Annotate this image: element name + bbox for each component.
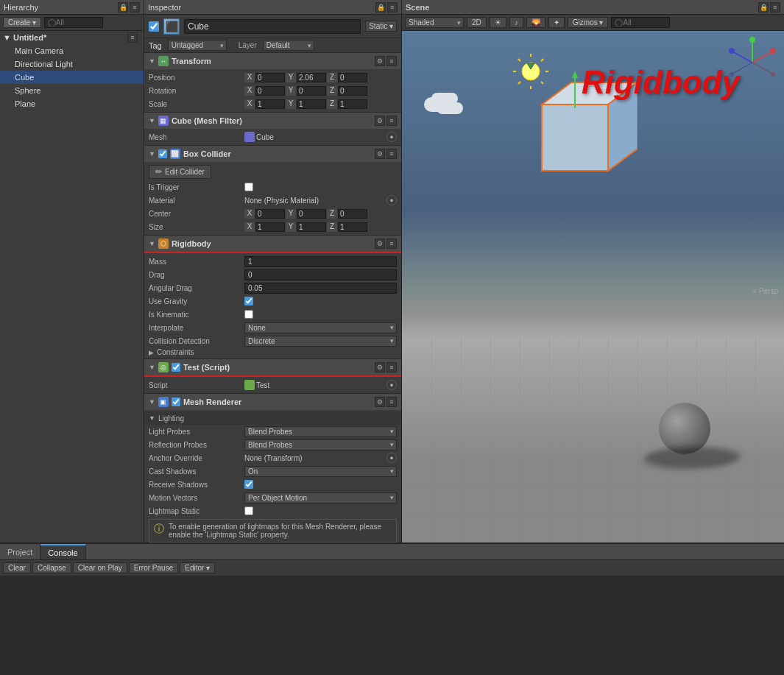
hierarchy-item-plane[interactable]: Plane [0, 97, 144, 110]
edit-collider-button[interactable]: ✏ Edit Collider [149, 165, 211, 179]
project-tab[interactable]: Project [0, 544, 40, 559]
transform-menu-icon[interactable]: ≡ [386, 56, 397, 66]
motion-vectors-dropdown[interactable]: Per Object Motion [244, 492, 397, 503]
clear-on-play-button[interactable]: Clear on Play [73, 562, 127, 573]
pos-y-input[interactable] [297, 73, 326, 82]
scene-menu-icon[interactable]: ≡ [770, 2, 780, 13]
light-probes-dropdown[interactable]: Blend Probes [244, 426, 397, 437]
inspector-lock-icon[interactable]: 🔒 [375, 2, 386, 13]
error-pause-button[interactable]: Error Pause [129, 562, 178, 573]
scene-search-input[interactable] [611, 17, 670, 28]
size-y-input[interactable] [297, 222, 326, 232]
hierarchy-item-directional-light[interactable]: Directional Light [0, 57, 144, 71]
hierarchy-item-main-camera[interactable]: Main Camera [0, 44, 144, 57]
object-name-input[interactable] [184, 19, 361, 34]
constraints-row[interactable]: ▶ Constraints [144, 347, 401, 357]
scale-row: Scale X Y Z [144, 97, 401, 110]
box-collider-header[interactable]: ▼ ⬜ Box Collider ⚙ ≡ [144, 146, 401, 162]
is-trigger-checkbox[interactable] [244, 183, 253, 191]
pos-z-input[interactable] [338, 73, 367, 82]
mesh-filter-header[interactable]: ▼ ▦ Cube (Mesh Filter) ⚙ ≡ [144, 113, 401, 129]
test-script-menu-icon[interactable]: ≡ [386, 362, 397, 372]
layer-dropdown[interactable]: Default [263, 40, 314, 51]
gizmos-button[interactable]: Gizmos ▾ [568, 17, 609, 28]
audio-button[interactable]: ♪ [509, 17, 523, 28]
hierarchy-search-input[interactable] [44, 17, 103, 28]
lights-button[interactable]: ☀ [490, 17, 506, 28]
hierarchy-lock-icon[interactable]: 🔒 [118, 2, 128, 13]
scale-y-input[interactable] [297, 99, 326, 109]
anchor-override-select-button[interactable]: ● [386, 453, 397, 463]
size-x-input[interactable] [255, 222, 285, 232]
mesh-renderer-header[interactable]: ▼ ▣ Mesh Renderer ⚙ ≡ [144, 394, 401, 410]
mass-input[interactable] [244, 256, 397, 267]
size-z-input[interactable] [338, 222, 367, 232]
center-x-input[interactable] [255, 209, 285, 219]
fx-button[interactable]: ✦ [548, 17, 565, 28]
rigidbody-settings-icon[interactable]: ⚙ [375, 238, 385, 249]
hierarchy-item-sphere[interactable]: Sphere [0, 84, 144, 97]
box-collider-menu-icon[interactable]: ≡ [386, 149, 397, 159]
test-script-settings-icon[interactable]: ⚙ [375, 362, 385, 372]
static-button[interactable]: Static ▾ [365, 21, 397, 32]
editor-button[interactable]: Editor ▾ [180, 562, 215, 573]
cast-shadows-dropdown[interactable]: On [244, 466, 397, 477]
hierarchy-scene-root[interactable]: ▼ Untitled* ≡ [0, 31, 144, 44]
scale-z-input[interactable] [338, 99, 367, 109]
constraints-arrow-icon: ▶ [149, 349, 154, 356]
shaded-dropdown[interactable]: Shaded [405, 17, 464, 28]
transform-settings-icon[interactable]: ⚙ [375, 56, 385, 66]
interpolate-dropdown[interactable]: None [244, 322, 397, 333]
rot-x-input[interactable] [255, 86, 285, 96]
script-select-button[interactable]: ● [386, 380, 397, 390]
tag-dropdown[interactable]: Untagged [168, 40, 227, 51]
angular-drag-input[interactable] [244, 283, 397, 294]
drag-input[interactable] [244, 269, 397, 280]
hierarchy-menu-icon[interactable]: ≡ [130, 2, 140, 13]
box-collider-title: Box Collider [183, 149, 372, 158]
rigidbody-label: Rigidbody [582, 64, 740, 101]
inspector-menu-icon[interactable]: ≡ [387, 2, 398, 13]
reflection-probes-dropdown[interactable]: Blend Probes [244, 439, 397, 450]
center-z-input[interactable] [338, 209, 367, 219]
use-gravity-checkbox[interactable] [244, 297, 253, 305]
rot-y-input[interactable] [297, 86, 326, 96]
collider-material-select-button[interactable]: ● [386, 195, 397, 205]
2d-button[interactable]: 2D [467, 17, 487, 28]
rigidbody-menu-icon[interactable]: ≡ [386, 238, 397, 249]
receive-shadows-checkbox[interactable] [244, 480, 253, 489]
collider-material-row: Material None (Physic Material) ● [144, 194, 401, 207]
anchor-override-label: Anchor Override [149, 454, 244, 462]
hierarchy-scene-menu-icon[interactable]: ≡ [127, 32, 138, 43]
collapse-button[interactable]: Collapse [32, 562, 71, 573]
mesh-select-button[interactable]: ● [386, 132, 397, 142]
collision-detection-dropdown[interactable]: Discrete [244, 336, 397, 347]
rigidbody-icon: ⬡ [158, 238, 169, 249]
pos-x-input[interactable] [255, 73, 285, 82]
test-script-header[interactable]: ▼ ◎ Test (Script) ⚙ ≡ [144, 359, 401, 375]
rot-z-input[interactable] [338, 86, 367, 96]
transform-header[interactable]: ▼ ↔ Transform ⚙ ≡ [144, 53, 401, 69]
is-kinematic-checkbox[interactable] [244, 310, 253, 319]
object-active-checkbox[interactable] [149, 21, 159, 32]
hierarchy-create-button[interactable]: Create ▾ [3, 17, 41, 28]
test-script-enabled-checkbox[interactable] [172, 363, 180, 372]
mesh-renderer-enabled-checkbox[interactable] [172, 397, 180, 406]
lighting-subsection[interactable]: ▼ Lighting [144, 411, 401, 425]
rigidbody-header[interactable]: ▼ ⬡ Rigidbody ⚙ ≡ [144, 236, 401, 252]
mesh-renderer-menu-icon[interactable]: ≡ [386, 397, 397, 407]
clear-button[interactable]: Clear [3, 562, 31, 573]
hierarchy-item-cube[interactable]: Cube [0, 71, 144, 84]
box-collider-enabled-checkbox[interactable] [158, 149, 167, 158]
console-tab[interactable]: Console [40, 544, 85, 559]
mesh-filter-menu-icon[interactable]: ≡ [386, 116, 397, 126]
lightmap-static-checkbox[interactable] [244, 506, 253, 515]
cast-shadows-label: Cast Shadows [149, 467, 244, 476]
scale-x-input[interactable] [255, 99, 285, 109]
skybox-button[interactable]: 🌄 [526, 17, 545, 28]
mesh-filter-settings-icon[interactable]: ⚙ [375, 116, 385, 126]
box-collider-settings-icon[interactable]: ⚙ [375, 149, 385, 159]
mesh-renderer-settings-icon[interactable]: ⚙ [375, 397, 385, 407]
scene-lock-icon[interactable]: 🔒 [758, 2, 769, 13]
center-y-input[interactable] [297, 209, 326, 219]
